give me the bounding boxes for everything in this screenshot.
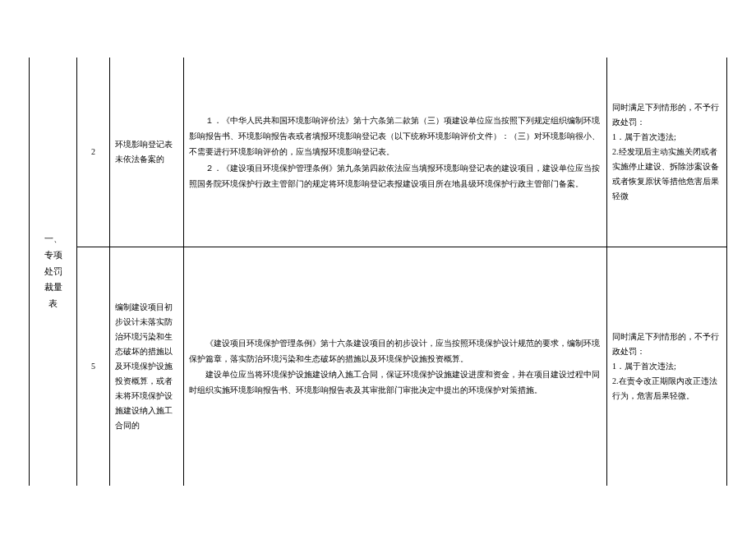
- cond-header: 同时满足下列情形的，不予行政处罚：: [612, 330, 721, 359]
- section-label: 一、专项处罚裁量表: [35, 231, 71, 313]
- body-cell: 《建设项目环境保护管理条例》第十六条建设项目的初步设计，应当按照环境保护设计规范…: [184, 247, 607, 486]
- body-para: ２．《建设项目环境保护管理条例》第九条第四款依法应当填报环境影响登记表的建设项目…: [189, 160, 602, 191]
- cond-item: 1．属于首次违法;: [612, 130, 721, 145]
- cond-item: 1．属于首次违法;: [612, 359, 721, 374]
- body-para: 《建设项目环境保护管理条例》第十六条建设项目的初步设计，应当按照环境保护设计规范…: [189, 335, 602, 367]
- body-para: １．《中华人民共和国环境影响评价法》第十六条第二款第（三）项建设单位应当按照下列…: [189, 113, 602, 159]
- row-number: 2: [77, 58, 110, 247]
- body-cell: １．《中华人民共和国环境影响评价法》第十六条第二款第（三）项建设单位应当按照下列…: [184, 58, 607, 247]
- body-para: 建设单位应当将环境保护设施建设纳入施工合同，保证环境保护设施建设进度和资金，并在…: [189, 367, 602, 398]
- condition-cell: 同时满足下列情形的，不予行政处罚： 1．属于首次违法; 2.经发现后主动实施关闭…: [607, 58, 727, 247]
- row-number: 5: [77, 247, 110, 486]
- cond-header: 同时满足下列情形的，不予行政处罚：: [612, 100, 721, 130]
- cond-item: 2.经发现后主动实施关闭或者实施停止建设、拆除涉案设备或者恢复原状等措他危害后果…: [612, 145, 721, 204]
- cond-item: 2.在责令改正期限内改正违法行为，危害后果轻微。: [612, 374, 721, 404]
- section-cell: 一、专项处罚裁量表: [30, 58, 77, 486]
- table-row: 一、专项处罚裁量表 2 环境影响登记表未依法备案的 １．《中华人民共和国环境影响…: [30, 58, 727, 247]
- violation-cell: 编制建设项目初步设计未落实防治环境污染和生态破坏的措施以及环境保护设施投资概算，…: [110, 247, 184, 486]
- condition-cell: 同时满足下列情形的，不予行政处罚： 1．属于首次违法; 2.在责令改正期限内改正…: [607, 247, 727, 486]
- violation-cell: 环境影响登记表未依法备案的: [110, 58, 184, 247]
- penalty-table: 一、专项处罚裁量表 2 环境影响登记表未依法备案的 １．《中华人民共和国环境影响…: [29, 58, 727, 486]
- table-row: 5 编制建设项目初步设计未落实防治环境污染和生态破坏的措施以及环境保护设施投资概…: [30, 247, 727, 486]
